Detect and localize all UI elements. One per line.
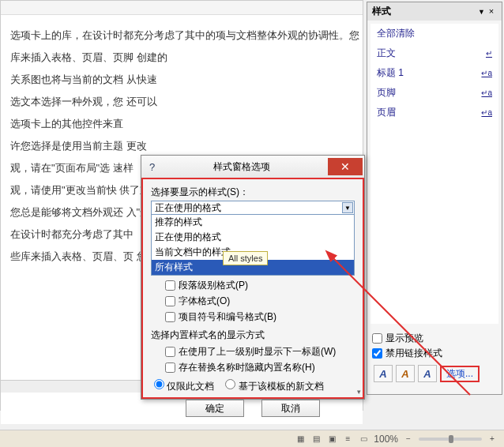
para: 许您选择是使用当前主题 更改 <box>10 135 353 157</box>
font-format-checkbox[interactable] <box>165 296 175 306</box>
show-preview-row[interactable]: 显示预览 <box>372 332 497 345</box>
chevron-down-icon[interactable]: ▼ <box>342 202 353 213</box>
template-radio-wrap[interactable]: 基于该模板的新文档 <box>225 379 323 393</box>
next-heading-label: 在使用了上一级别时显示下一标题(W) <box>179 345 336 359</box>
dropdown-tooltip: All styles <box>223 251 268 265</box>
status-bar: ▦ ▤ ▣ ≡ ▭ 100% − + <box>0 430 504 447</box>
ruler <box>1 1 363 15</box>
template-radio[interactable] <box>225 379 235 389</box>
styles-pane-title-text: 样式 <box>372 5 478 18</box>
style-item-footer[interactable]: 页脚↵a <box>370 83 498 103</box>
this-doc-radio-wrap[interactable]: 仅限此文档 <box>154 379 214 393</box>
font-format-label: 字体格式(O) <box>179 295 230 308</box>
styles-list[interactable]: 全部清除 正文↵ 标题 1↵a 页脚↵a 页眉↵a <box>370 24 498 324</box>
bullet-format-checkbox[interactable] <box>165 312 175 322</box>
zoom-label[interactable]: 100% <box>374 434 398 445</box>
manage-styles-button[interactable]: A <box>418 365 437 382</box>
dropdown-item[interactable]: 正在使用的格式 <box>152 230 354 245</box>
paragraph-format-checkbox[interactable] <box>165 280 175 291</box>
hide-replace-checkbox[interactable] <box>165 362 175 373</box>
style-item-normal[interactable]: 正文↵ <box>370 43 498 63</box>
style-item-clear[interactable]: 全部清除 <box>370 24 498 43</box>
bullet-format-label: 项目符号和编号格式(B) <box>179 310 276 324</box>
para: 关系图也将与当前的文档 从快速 <box>10 69 353 91</box>
this-doc-radio[interactable] <box>154 379 164 389</box>
style-inspector-button[interactable]: A <box>396 365 415 382</box>
styles-pane-footer: 显示预览 禁用链接样式 A A A 选项... <box>367 327 502 389</box>
para: 选项卡上的库，在设计时都充分考虑了其中的项与文档整体外观的协调性。您 <box>10 24 353 47</box>
disable-linked-row[interactable]: 禁用链接样式 <box>372 347 497 360</box>
view-web-icon[interactable]: ▣ <box>326 434 337 445</box>
combo-value: 正在使用的格式 <box>155 201 221 215</box>
style-item-heading1[interactable]: 标题 1↵a <box>370 63 498 83</box>
help-icon[interactable]: ? <box>149 161 155 173</box>
dropdown-item[interactable]: 推荐的样式 <box>152 215 354 230</box>
view-read-icon[interactable]: ▤ <box>310 434 322 445</box>
style-item-header[interactable]: 页眉↵a <box>370 103 498 122</box>
style-pane-options-dialog: ? 样式窗格选项 ✕ 选择要显示的样式(S)： 正在使用的格式 ▼ 推荐的样式 … <box>141 155 365 400</box>
styles-to-show-dropdown[interactable]: 推荐的样式 正在使用的格式 当前文档中的样式 所有样式 ▾ <box>151 215 355 276</box>
para: 选项卡上的其他控件来直 <box>10 113 353 135</box>
zoom-out-icon[interactable]: − <box>403 434 414 445</box>
select-styles-label: 选择要显示的样式(S)： <box>151 186 355 199</box>
para: 库来插入表格、页眉、页脚 创建的 <box>10 47 353 69</box>
view-print-icon[interactable]: ▦ <box>295 434 306 445</box>
show-preview-checkbox[interactable] <box>372 333 382 344</box>
styles-pane: 样式 ▼ × 全部清除 正文↵ 标题 1↵a 页脚↵a 页眉↵a 显示预览 禁用… <box>367 2 502 395</box>
cancel-button[interactable]: 取消 <box>261 400 320 417</box>
dropdown-icon[interactable]: ▼ <box>478 8 486 16</box>
styles-pane-title: 样式 ▼ × <box>367 2 502 21</box>
options-link[interactable]: 选项... <box>443 366 476 381</box>
dialog-close-button[interactable]: ✕ <box>328 158 363 175</box>
dialog-buttons: 确定 取消 <box>151 400 355 417</box>
close-icon[interactable]: × <box>486 6 497 17</box>
dialog-titlebar[interactable]: ? 样式窗格选项 ✕ <box>141 156 364 178</box>
view-outline-icon[interactable]: ≡ <box>342 434 353 445</box>
new-style-button[interactable]: A <box>374 365 393 382</box>
options-highlight-box: 选项... <box>440 366 480 382</box>
para: 选文本选择一种外观，您 还可以 <box>10 91 353 113</box>
ok-button[interactable]: 确定 <box>186 400 244 417</box>
zoom-thumb[interactable] <box>449 435 453 443</box>
view-draft-icon[interactable]: ▭ <box>358 434 369 445</box>
styles-icon-bar: A A A 选项... <box>372 362 497 385</box>
builtin-name-checks: 在使用了上一级别时显示下一标题(W) 存在替换名称时隐藏内置名称(H) <box>165 345 355 374</box>
disable-linked-checkbox[interactable] <box>372 348 382 359</box>
disable-linked-label: 禁用链接样式 <box>386 347 442 360</box>
hide-replace-label: 存在替换名称时隐藏内置名称(H) <box>179 361 315 374</box>
dialog-body: 选择要显示的样式(S)： 正在使用的格式 ▼ 推荐的样式 正在使用的格式 当前文… <box>141 178 364 399</box>
show-preview-label: 显示预览 <box>386 332 423 345</box>
paragraph-format-label: 段落级别格式(P) <box>179 279 248 292</box>
builtin-names-label: 选择内置样式名的显示方式 <box>151 329 355 342</box>
scope-radio-row: 仅限此文档 基于该模板的新文档 <box>154 379 352 393</box>
dialog-title: 样式窗格选项 <box>155 160 328 174</box>
zoom-slider[interactable] <box>419 438 482 441</box>
scroll-indicator-icon: ▾ <box>357 388 361 396</box>
styles-to-show-combo[interactable]: 正在使用的格式 ▼ <box>151 201 355 215</box>
zoom-in-icon[interactable]: + <box>487 434 498 445</box>
next-heading-checkbox[interactable] <box>165 347 175 357</box>
formatting-checks: 段落级别格式(P) 字体格式(O) 项目符号和编号格式(B) <box>165 279 355 324</box>
